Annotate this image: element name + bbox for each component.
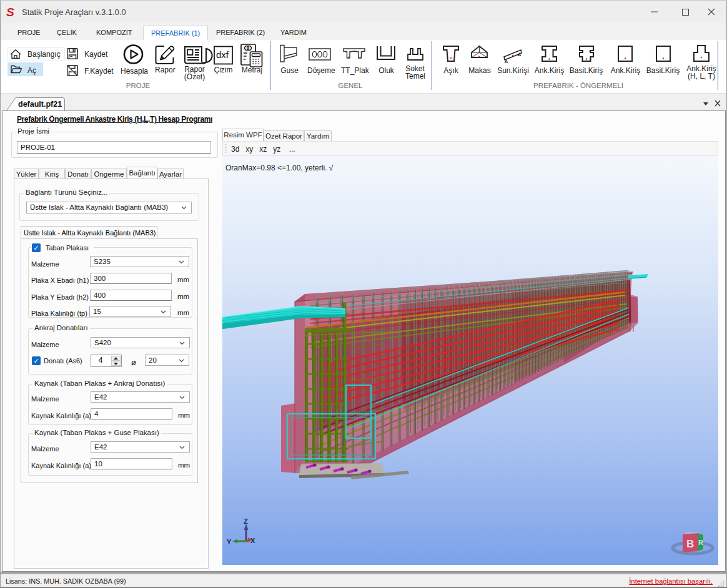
- svg-text:X: X: [250, 537, 255, 544]
- svg-text:Z: Z: [244, 517, 248, 525]
- svg-text:R: R: [698, 539, 703, 546]
- svg-text:B: B: [686, 538, 694, 550]
- svg-text:Y: Y: [227, 538, 232, 546]
